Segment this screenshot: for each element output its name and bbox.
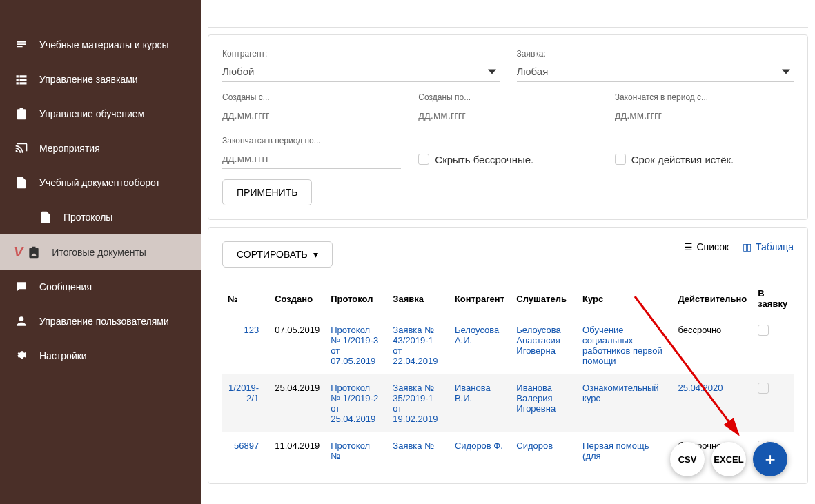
sidebar-item-label: Управление обучением (39, 108, 144, 119)
sidebar-item-messages[interactable]: Сообщения (0, 270, 201, 304)
sidebar-item-label: Настройки (39, 350, 87, 361)
to-request-checkbox[interactable] (758, 383, 769, 394)
clipboard-user-icon (26, 245, 41, 260)
num-link[interactable]: 1/2019-2/1 (228, 383, 259, 403)
table-header[interactable]: Создано (269, 281, 325, 316)
cell-created: 25.04.2019 (269, 374, 325, 432)
list-view-icon: ☰ (684, 241, 693, 252)
export-excel-button[interactable]: EXCEL (711, 442, 746, 476)
table-row: 1/2019-2/125.04.2019Протокол № 1/2019-2 … (222, 374, 794, 432)
end-to-input[interactable] (222, 148, 401, 169)
table-header[interactable]: Заявка (387, 281, 449, 316)
view-table-button[interactable]: ▥ Таблица (743, 241, 794, 252)
sidebar-item-settings[interactable]: Настройки (0, 339, 201, 373)
table-view-icon: ▥ (743, 241, 752, 252)
sidebar-item-requests[interactable]: Управление заявками (0, 62, 201, 97)
sort-button[interactable]: СОРТИРОВАТЬ ▾ (222, 241, 333, 268)
course-link[interactable]: Обучение социальных работников первой по… (582, 325, 662, 366)
course-link[interactable]: Ознакомительный курс (582, 383, 659, 403)
request-link[interactable]: Заявка № (393, 441, 434, 451)
table-row: 12307.05.2019Протокол № 1/2019-3 от 07.0… (222, 316, 794, 375)
file-icon (14, 175, 29, 190)
table-header[interactable]: № (222, 281, 269, 316)
sidebar-item-final-docs[interactable]: V Итоговые документы (0, 234, 201, 270)
listener-link[interactable]: Сидоров (516, 441, 553, 451)
user-icon (14, 314, 29, 329)
hide-unlimited-checkbox[interactable]: Скрыть бессрочные. (418, 136, 597, 169)
contractor-label: Контрагент: (222, 49, 500, 59)
table-header[interactable]: Протокол (325, 281, 387, 316)
sidebar-item-label: Сообщения (39, 281, 92, 292)
book-icon (14, 37, 29, 52)
contractor-link[interactable]: Белоусова А.И. (455, 325, 499, 345)
hide-unlimited-label: Скрыть бессрочные. (435, 154, 533, 165)
sidebar-item-label: Учебные материалы и курсы (39, 39, 169, 50)
apply-button[interactable]: ПРИМЕНИТЬ (222, 179, 312, 205)
filter-panel: Контрагент: Заявка: Созданы с... Созданы… (208, 34, 808, 220)
cell-valid: бессрочно (672, 316, 752, 375)
sidebar-item-events[interactable]: Мероприятия (0, 131, 201, 165)
table-header[interactable]: Контрагент (449, 281, 511, 316)
table-header[interactable]: Курс (577, 281, 672, 316)
sidebar-item-label: Управление заявками (39, 74, 138, 85)
end-from-input[interactable] (615, 105, 794, 125)
check-mark-icon: V (14, 244, 23, 260)
num-link[interactable]: 56897 (234, 441, 259, 451)
add-button[interactable]: + (753, 442, 787, 476)
contractor-select[interactable] (222, 61, 500, 82)
main-content: Контрагент: Заявка: Созданы с... Созданы… (201, 0, 815, 504)
expired-checkbox[interactable]: Срок действия истёк. (615, 136, 794, 169)
clipboard-icon (14, 106, 29, 121)
sidebar-item-label: Учебный документооборот (39, 177, 160, 188)
chevron-down-icon: ▾ (313, 249, 318, 260)
checkbox-icon (615, 154, 626, 165)
request-link[interactable]: Заявка № 43/2019-1 от 22.04.2019 (393, 325, 438, 366)
contractor-link[interactable]: Иванова В.И. (455, 383, 491, 403)
cell-valid: 25.04.2020 (672, 374, 752, 432)
request-label: Заявка: (517, 49, 794, 59)
sidebar-item-education[interactable]: Управление обучением (0, 97, 201, 131)
created-from-input[interactable] (222, 105, 401, 125)
export-csv-button[interactable]: CSV (670, 442, 705, 476)
cast-icon (14, 141, 29, 156)
sidebar-item-materials[interactable]: Учебные материалы и курсы (0, 28, 201, 62)
protocol-link[interactable]: Протокол № 1/2019-2 от 25.04.2019 (331, 383, 378, 424)
view-list-button[interactable]: ☰ Список (684, 241, 729, 252)
gear-icon (14, 348, 29, 363)
view-toggle: ☰ Список ▥ Таблица (684, 241, 794, 252)
message-icon (14, 279, 29, 294)
request-select[interactable] (517, 61, 794, 82)
cell-created: 07.05.2019 (269, 316, 325, 375)
cell-created: 11.04.2019 (269, 432, 325, 470)
table-header[interactable]: Слушатель (511, 281, 577, 316)
sidebar-item-users[interactable]: Управление пользователями (0, 304, 201, 339)
created-to-label: Созданы по... (418, 92, 597, 102)
created-from-label: Созданы с... (222, 92, 401, 102)
sidebar-item-docflow[interactable]: Учебный документооборот (0, 165, 201, 200)
expired-label: Срок действия истёк. (631, 154, 734, 165)
checkbox-icon (418, 154, 429, 165)
sidebar: Учебные материалы и курсы Управление зая… (0, 0, 201, 504)
request-link[interactable]: Заявка № 35/2019-1 от 19.02.2019 (393, 383, 438, 424)
sidebar-item-label: Протоколы (63, 212, 112, 223)
listener-link[interactable]: Иванова Валерия Игоревна (516, 383, 556, 414)
listener-link[interactable]: Белоусова Анастасия Иговерна (516, 325, 560, 356)
table-header[interactable]: Действительно (672, 281, 752, 316)
file-icon (38, 210, 53, 225)
end-to-label: Закончатся в период по... (222, 136, 401, 145)
list-icon (14, 72, 29, 87)
protocol-link[interactable]: Протокол № 1/2019-3 от 07.05.2019 (331, 325, 378, 366)
end-from-label: Закончатся в период с... (615, 92, 794, 102)
sidebar-item-label: Итоговые документы (52, 247, 146, 258)
to-request-checkbox[interactable] (758, 325, 769, 336)
sidebar-item-protocols[interactable]: Протоколы (0, 200, 201, 234)
fab-row: CSV EXCEL + (670, 442, 787, 476)
contractor-link[interactable]: Сидоров Ф. (455, 441, 503, 451)
created-to-input[interactable] (418, 105, 597, 125)
protocol-link[interactable]: Протокол № (331, 441, 370, 461)
course-link[interactable]: Первая помощь (для (582, 441, 649, 461)
sidebar-item-label: Управление пользователями (39, 316, 169, 327)
sidebar-item-label: Мероприятия (39, 143, 100, 154)
table-header[interactable]: В заявку (752, 281, 794, 316)
num-link[interactable]: 123 (244, 325, 259, 335)
